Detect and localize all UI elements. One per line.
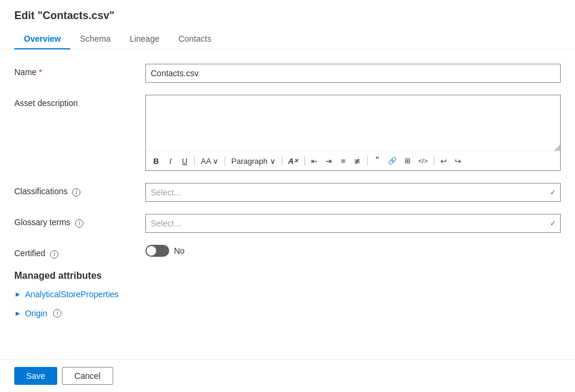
cancel-button[interactable]: Cancel [62, 367, 113, 385]
required-indicator: * [39, 67, 42, 77]
origin-info-icon: i [53, 309, 61, 318]
resize-handle[interactable] [554, 145, 560, 151]
classifications-row: Classifications i Select... [14, 183, 561, 202]
redo-button[interactable]: ↪ [452, 155, 465, 167]
separator-3 [282, 156, 282, 166]
separator-5 [367, 156, 368, 166]
separator-4 [304, 156, 305, 166]
tabs: Overview Schema Lineage Contacts [14, 29, 561, 49]
separator-2 [225, 156, 225, 166]
separator-1 [194, 156, 195, 166]
certified-label: Certified i [14, 245, 145, 259]
classifications-select[interactable]: Select... [145, 183, 561, 202]
code-button[interactable]: </> [415, 155, 431, 166]
tab-contacts[interactable]: Contacts [169, 29, 220, 49]
footer: Save Cancel [0, 359, 575, 392]
certified-info-icon: i [50, 250, 58, 259]
glossary-info-icon: i [75, 219, 83, 228]
paragraph-button[interactable]: Paragraph ∨ [228, 155, 278, 167]
outdent-button[interactable]: ⇤ [308, 155, 321, 167]
clear-format-button[interactable]: A✕ [285, 155, 302, 167]
rich-text-editor: B I U AA ∨ Paragraph ∨ A✕ ⇤ ⇥ ≡ ≢ [145, 95, 561, 171]
certified-row: Certified i No [14, 245, 561, 259]
origin-label: Origin [25, 309, 47, 318]
name-field-row: Name * [14, 64, 561, 83]
name-label: Name * [14, 64, 145, 77]
page-title: Edit "Contacts.csv" [14, 10, 561, 22]
tab-overview[interactable]: Overview [14, 29, 70, 49]
glossary-select[interactable]: Select... [145, 214, 561, 233]
toggle-knob [147, 246, 156, 256]
classifications-select-wrapper: Select... [145, 183, 561, 202]
glossary-select-wrapper: Select... [145, 214, 561, 233]
bullet-list-button[interactable]: ≡ [337, 155, 350, 167]
separator-6 [434, 156, 434, 166]
name-input-wrapper [145, 64, 561, 83]
blockquote-button[interactable]: " [371, 154, 384, 168]
managed-attributes-section: Managed attributes ► AnalyticalStoreProp… [14, 270, 561, 318]
table-button[interactable]: ⊞ [401, 155, 414, 167]
textarea-wrapper [146, 95, 560, 151]
analytical-label: AnalyticalStoreProperties [25, 290, 119, 299]
italic-button[interactable]: I [164, 155, 177, 167]
name-input[interactable] [145, 64, 561, 83]
underline-button[interactable]: U [178, 155, 191, 167]
description-editor-wrapper: B I U AA ∨ Paragraph ∨ A✕ ⇤ ⇥ ≡ ≢ [145, 95, 561, 171]
page-container: Edit "Contacts.csv" Overview Schema Line… [0, 0, 575, 392]
font-size-button[interactable]: AA ∨ [198, 155, 222, 167]
undo-button[interactable]: ↩ [437, 155, 450, 167]
description-textarea[interactable] [146, 95, 560, 149]
certified-toggle-wrapper: No [145, 245, 561, 257]
certified-toggle[interactable] [145, 245, 169, 257]
classifications-input-wrapper: Select... [145, 183, 561, 202]
origin-expandable[interactable]: ► Origin i [14, 309, 561, 318]
save-button[interactable]: Save [14, 367, 57, 385]
content-area: Name * Asset description B I [0, 49, 575, 359]
tab-schema[interactable]: Schema [70, 29, 120, 49]
indent-button[interactable]: ⇥ [322, 155, 335, 167]
link-button[interactable]: 🔗 [385, 155, 400, 167]
certified-value-label: No [174, 246, 185, 256]
page-header: Edit "Contacts.csv" Overview Schema Line… [0, 0, 575, 49]
analytical-expandable[interactable]: ► AnalyticalStoreProperties [14, 290, 561, 299]
glossary-row: Glossary terms i Select... [14, 214, 561, 233]
origin-expand-icon: ► [14, 309, 21, 318]
glossary-input-wrapper: Select... [145, 214, 561, 233]
editor-toolbar: B I U AA ∨ Paragraph ∨ A✕ ⇤ ⇥ ≡ ≢ [146, 151, 560, 170]
toggle-container: No [145, 245, 561, 257]
analytical-expand-icon: ► [14, 290, 21, 298]
description-field-row: Asset description B I U AA ∨ Paragraph [14, 95, 561, 171]
bold-button[interactable]: B [150, 155, 163, 167]
classifications-label: Classifications i [14, 183, 145, 197]
classifications-info-icon: i [72, 188, 80, 197]
numbered-list-button[interactable]: ≢ [351, 155, 364, 167]
description-label: Asset description [14, 95, 145, 108]
tab-lineage[interactable]: Lineage [120, 29, 169, 49]
managed-attributes-title: Managed attributes [14, 270, 561, 281]
glossary-label: Glossary terms i [14, 214, 145, 228]
